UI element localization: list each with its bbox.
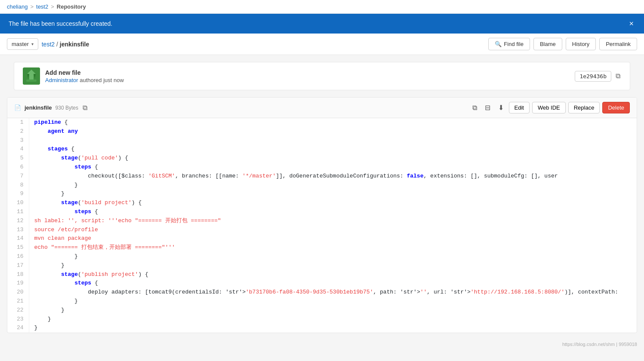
- file-viewer: 📄 jenkinsfile 930 Bytes ⧉ ⧉ ⊟ ⬇ Edit Web…: [7, 97, 637, 333]
- file-name: jenkinsfile: [25, 104, 52, 111]
- branch-path-container: master ▾ test2 / jenkinsfile: [7, 38, 89, 50]
- line-number: 2: [7, 127, 29, 136]
- download-button[interactable]: ⬇: [496, 102, 506, 113]
- branch-name: master: [12, 41, 29, 47]
- copy-path-icon: ⧉: [83, 104, 87, 111]
- line-code: }: [29, 297, 637, 306]
- history-button[interactable]: History: [566, 38, 596, 50]
- line-number: 16: [7, 252, 29, 261]
- breadcrumb-cheliang[interactable]: cheliang: [7, 3, 28, 10]
- line-code: }: [29, 261, 637, 270]
- line-code: pipeline {: [29, 118, 637, 127]
- line-code: }: [29, 306, 637, 315]
- table-row: 5 stage('pull code') {: [7, 154, 637, 163]
- table-row: 14mvn clean package: [7, 234, 637, 243]
- line-code: echo "======= 打包结束，开始部署 ========"''': [29, 243, 637, 252]
- delete-button[interactable]: Delete: [602, 102, 630, 113]
- line-code: }: [29, 324, 637, 333]
- line-number: 4: [7, 145, 29, 154]
- table-row: 21 }: [7, 297, 637, 306]
- line-code: stage('publish project') {: [29, 270, 637, 279]
- line-number: 10: [7, 199, 29, 208]
- table-row: 15echo "======= 打包结束，开始部署 ========"''': [7, 243, 637, 252]
- commit-author-link[interactable]: Administrator: [45, 77, 78, 83]
- line-number: 18: [7, 270, 29, 279]
- table-row: 20 deploy adapters: [tomcat9(credentials…: [7, 288, 637, 297]
- commit-message: Add new file: [45, 69, 124, 76]
- line-code: stage('build project') {: [29, 199, 637, 208]
- line-code: agent any: [29, 127, 637, 136]
- table-row: 24}: [7, 324, 637, 333]
- copy-raw-button[interactable]: ⧉: [470, 102, 480, 113]
- copy-hash-button[interactable]: ⧉: [615, 71, 621, 81]
- sep1: >: [30, 3, 34, 10]
- line-number: 1: [7, 118, 29, 127]
- table-row: 22 }: [7, 306, 637, 315]
- replace-button[interactable]: Replace: [568, 102, 600, 113]
- commit-info-row: Add new file Administrator authored just…: [14, 62, 630, 90]
- line-number: 5: [7, 154, 29, 163]
- line-code: stages {: [29, 145, 637, 154]
- footer-link: https://blog.csdn.net/shm | 9959018: [562, 342, 637, 347]
- branch-selector[interactable]: master ▾: [7, 38, 38, 50]
- find-file-button[interactable]: 🔍 Find file: [488, 38, 530, 50]
- alert-message: The file has been successfully created.: [9, 20, 112, 27]
- table-row: 8 }: [7, 181, 637, 190]
- breadcrumb-current: Repository: [57, 3, 86, 10]
- line-code: steps {: [29, 208, 637, 217]
- line-code: mvn clean package: [29, 234, 637, 243]
- line-number: 20: [7, 288, 29, 297]
- line-code: stage('pull code') {: [29, 154, 637, 163]
- line-number: 22: [7, 306, 29, 315]
- commit-right: 1e29436b ⧉: [575, 71, 621, 82]
- line-code: }: [29, 190, 637, 199]
- table-row: 3: [7, 136, 637, 145]
- line-code: checkout([$class: 'GitSCM', branches: [[…: [29, 172, 637, 181]
- table-row: 18 stage('publish project') {: [7, 270, 637, 279]
- table-row: 23 }: [7, 315, 637, 324]
- page-footer: https://blog.csdn.net/shm | 9959018: [0, 340, 644, 350]
- code-area: 1pipeline {2 agent any3 4 stages {5 stag…: [7, 118, 637, 333]
- line-code: steps {: [29, 163, 637, 172]
- blame-button[interactable]: Blame: [533, 38, 562, 50]
- history-label: History: [572, 41, 589, 47]
- breadcrumb-test2[interactable]: test2: [36, 3, 48, 10]
- line-code: sh label: '', script: '''echo "======= 开…: [29, 217, 637, 226]
- line-number: 24: [7, 324, 29, 333]
- table-row: 19 steps {: [7, 279, 637, 288]
- commit-left: Add new file Administrator authored just…: [23, 67, 124, 85]
- file-path: test2 / jenkinsfile: [42, 41, 89, 48]
- file-toolbar-actions: 🔍 Find file Blame History Permalink: [488, 38, 637, 50]
- file-doc-icon: 📄: [14, 104, 21, 111]
- line-code: source /etc/profile: [29, 226, 637, 235]
- line-number: 11: [7, 208, 29, 217]
- table-row: 12sh label: '', script: '''echo "=======…: [7, 217, 637, 226]
- edit-button[interactable]: Edit: [509, 102, 530, 113]
- commit-author-line: Administrator authored just now: [45, 77, 124, 83]
- sep2: >: [51, 3, 54, 10]
- file-size: 930 Bytes: [55, 105, 78, 111]
- path-test2[interactable]: test2: [42, 41, 55, 48]
- line-number: 21: [7, 297, 29, 306]
- line-number: 7: [7, 172, 29, 181]
- view-blame-button[interactable]: ⊟: [482, 102, 493, 113]
- line-number: 9: [7, 190, 29, 199]
- permalink-label: Permalink: [606, 41, 631, 47]
- web-ide-button[interactable]: Web IDE: [532, 102, 566, 113]
- copy-file-path-button[interactable]: ⧉: [82, 103, 88, 113]
- permalink-button[interactable]: Permalink: [599, 38, 637, 50]
- file-header-right: ⧉ ⊟ ⬇ Edit Web IDE Replace Delete: [470, 102, 630, 113]
- file-header: 📄 jenkinsfile 930 Bytes ⧉ ⧉ ⊟ ⬇ Edit Web…: [7, 98, 637, 118]
- blame-label: Blame: [540, 41, 556, 47]
- line-number: 14: [7, 234, 29, 243]
- commit-hash: 1e29436b: [575, 71, 611, 82]
- commit-time: authored just now: [80, 77, 124, 83]
- line-number: 3: [7, 136, 29, 145]
- table-row: 7 checkout([$class: 'GitSCM', branches: …: [7, 172, 637, 181]
- path-separator: /: [56, 41, 60, 48]
- line-code: }: [29, 181, 637, 190]
- line-number: 19: [7, 279, 29, 288]
- alert-close-button[interactable]: ×: [627, 20, 635, 28]
- code-table: 1pipeline {2 agent any3 4 stages {5 stag…: [7, 118, 637, 333]
- line-number: 6: [7, 163, 29, 172]
